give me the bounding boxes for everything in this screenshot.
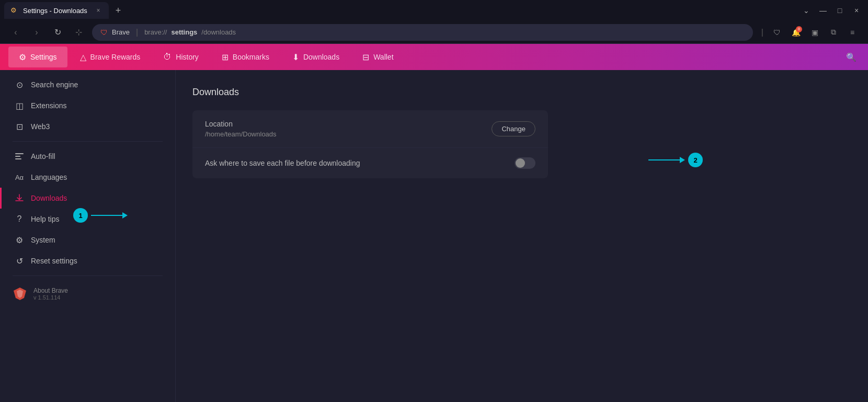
sidebar-label-languages: Languages bbox=[31, 173, 67, 181]
about-brave-label: About Brave bbox=[33, 287, 68, 294]
downloads-nav-icon: ⬇ bbox=[292, 52, 299, 62]
downloads-sidebar-icon bbox=[14, 193, 25, 203]
sidebar-item-autofill[interactable]: Auto-fill bbox=[0, 146, 175, 167]
tab-close-button[interactable]: × bbox=[94, 6, 102, 15]
sidebar-divider-2 bbox=[13, 275, 163, 276]
extensions-icon: ◫ bbox=[14, 100, 25, 111]
web3-icon: ⊡ bbox=[14, 121, 25, 132]
address-bar: ‹ › ↻ ⊹ 🛡 Brave | brave://settings/downl… bbox=[0, 21, 868, 44]
bookmarks-icon: ⊞ bbox=[222, 52, 229, 62]
tab-bookmarks[interactable]: ⊞ Bookmarks bbox=[211, 47, 280, 67]
autofill-icon bbox=[14, 151, 25, 162]
sidebar-label-extensions: Extensions bbox=[31, 101, 66, 110]
brave-logo-icon bbox=[13, 286, 27, 301]
minimize-button[interactable]: — bbox=[816, 3, 830, 18]
url-site: Brave bbox=[112, 28, 130, 36]
tab-brave-rewards[interactable]: △ Brave Rewards bbox=[70, 47, 151, 67]
ask-toggle[interactable] bbox=[515, 157, 535, 169]
svg-rect-0 bbox=[15, 153, 24, 154]
url-divider: | bbox=[136, 28, 138, 37]
notification-badge: 0 bbox=[796, 26, 802, 32]
help-tips-icon: ? bbox=[14, 214, 25, 224]
dropdown-button[interactable]: ⌄ bbox=[799, 3, 814, 18]
close-button[interactable]: × bbox=[849, 3, 864, 18]
bookmark-button[interactable]: ⊹ bbox=[71, 25, 86, 40]
nav-tabs: ⚙ Settings △ Brave Rewards ⏱ History ⊞ B… bbox=[0, 44, 868, 70]
sidebar-label-system: System bbox=[31, 236, 55, 244]
sidebar-about[interactable]: About Brave v 1.51.114 bbox=[0, 280, 175, 307]
sidebar-item-languages[interactable]: Aα Languages bbox=[0, 167, 175, 188]
shield-icon[interactable]: 🛡 bbox=[770, 25, 784, 40]
svg-rect-1 bbox=[15, 156, 20, 157]
nav-search-button[interactable]: 🔍 bbox=[843, 49, 860, 65]
change-button[interactable]: Change bbox=[492, 121, 535, 136]
title-bar: ⚙ Settings - Downloads × + ⌄ — □ × bbox=[0, 0, 868, 21]
address-icons: | 🛡 🔔 0 ▣ ⧉ ≡ bbox=[759, 25, 860, 40]
content-area: Downloads Location /home/team/Downloads … bbox=[176, 70, 868, 402]
tab-history[interactable]: ⏱ History bbox=[153, 47, 209, 67]
tab-settings[interactable]: ⚙ Settings bbox=[8, 47, 67, 67]
sidebar-item-downloads[interactable]: Downloads bbox=[0, 188, 175, 209]
sidebar-item-search-engine[interactable]: ⊙ Search engine bbox=[0, 74, 175, 95]
tab-wallet-label: Wallet bbox=[373, 53, 393, 61]
url-prefix: brave:// bbox=[144, 28, 167, 36]
sidebar-toggle-icon[interactable]: ▣ bbox=[807, 25, 822, 40]
url-bold: settings bbox=[171, 28, 197, 36]
window-controls: ⌄ — □ × bbox=[799, 3, 864, 18]
tab-settings-label: Settings bbox=[30, 53, 57, 61]
menu-icon[interactable]: ≡ bbox=[845, 25, 860, 40]
reset-settings-icon: ↺ bbox=[14, 256, 25, 266]
main-content: ⊙ Search engine ◫ Extensions ⊡ Web3 bbox=[0, 70, 868, 402]
system-icon: ⚙ bbox=[14, 235, 25, 245]
ask-setting-row: Ask where to save each file before downl… bbox=[192, 148, 548, 178]
wallet-icon: ⊟ bbox=[362, 52, 369, 62]
active-tab[interactable]: ⚙ Settings - Downloads × bbox=[4, 2, 109, 19]
history-icon: ⏱ bbox=[163, 52, 172, 62]
page-title: Downloads bbox=[192, 87, 851, 98]
forward-button[interactable]: › bbox=[29, 25, 44, 40]
tab-downloads[interactable]: ⬇ Downloads bbox=[282, 47, 350, 67]
sidebar-divider-1 bbox=[13, 141, 163, 142]
sidebar-label-search-engine: Search engine bbox=[31, 81, 78, 89]
tabs-icon[interactable]: ⧉ bbox=[826, 25, 841, 40]
maximize-button[interactable]: □ bbox=[832, 3, 847, 18]
location-setting-row: Location /home/team/Downloads Change bbox=[192, 110, 548, 148]
tab-rewards-label: Brave Rewards bbox=[90, 53, 141, 61]
location-label-group: Location /home/team/Downloads bbox=[205, 120, 277, 138]
ask-label: Ask where to save each file before downl… bbox=[205, 159, 360, 167]
brave-shield-icon: 🛡 bbox=[100, 28, 108, 37]
tab-downloads-label: Downloads bbox=[303, 53, 339, 61]
settings-card: Location /home/team/Downloads Change Ask… bbox=[192, 110, 548, 178]
sidebar-item-extensions[interactable]: ◫ Extensions bbox=[0, 95, 175, 116]
svg-rect-2 bbox=[15, 158, 21, 159]
tab-title: Settings - Downloads bbox=[23, 7, 87, 15]
addr-separator: | bbox=[761, 28, 763, 37]
sidebar-label-web3: Web3 bbox=[31, 122, 50, 131]
sidebar-item-reset-settings[interactable]: ↺ Reset settings bbox=[0, 250, 175, 271]
tab-bookmarks-label: Bookmarks bbox=[233, 53, 269, 61]
tab-bar: ⚙ Settings - Downloads × + bbox=[4, 2, 795, 19]
sidebar: ⊙ Search engine ◫ Extensions ⊡ Web3 bbox=[0, 70, 176, 402]
url-suffix: /downloads bbox=[201, 28, 236, 36]
back-button[interactable]: ‹ bbox=[8, 25, 23, 40]
url-bar[interactable]: 🛡 Brave | brave://settings/downloads bbox=[92, 24, 753, 41]
tab-favicon: ⚙ bbox=[10, 6, 19, 15]
notifications-icon[interactable]: 🔔 0 bbox=[789, 25, 803, 40]
sidebar-label-downloads: Downloads bbox=[31, 194, 67, 202]
tab-history-label: History bbox=[176, 53, 199, 61]
sidebar-item-web3[interactable]: ⊡ Web3 bbox=[0, 116, 175, 137]
search-engine-icon: ⊙ bbox=[14, 79, 25, 90]
refresh-button[interactable]: ↻ bbox=[50, 25, 65, 40]
languages-icon: Aα bbox=[14, 172, 25, 182]
sidebar-item-help-tips[interactable]: ? Help tips bbox=[0, 209, 175, 229]
sidebar-label-autofill: Auto-fill bbox=[31, 152, 55, 160]
sidebar-label-reset-settings: Reset settings bbox=[31, 257, 77, 265]
new-tab-button[interactable]: + bbox=[111, 3, 125, 18]
rewards-icon: △ bbox=[80, 52, 86, 62]
sidebar-item-system[interactable]: ⚙ System bbox=[0, 229, 175, 250]
sidebar-label-help-tips: Help tips bbox=[31, 215, 59, 223]
settings-icon: ⚙ bbox=[19, 52, 26, 62]
tab-wallet[interactable]: ⊟ Wallet bbox=[352, 47, 404, 67]
location-label: Location bbox=[205, 120, 277, 128]
about-brave-info: About Brave v 1.51.114 bbox=[33, 287, 68, 301]
